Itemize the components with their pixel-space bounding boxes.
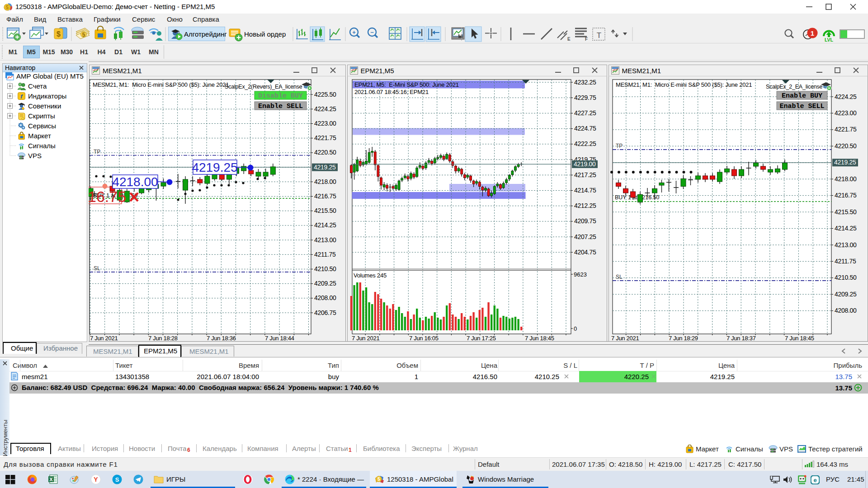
svg-text:ScalpEx_2_EA_license: ScalpEx_2_EA_license — [766, 84, 822, 90]
svg-text:7 Jun 2021: 7 Jun 2021 — [611, 335, 639, 342]
svg-text:4218.00: 4218.00 — [835, 175, 857, 183]
svg-text:4213.00: 4213.00 — [835, 241, 857, 249]
svg-text:4211.75: 4211.75 — [835, 258, 856, 265]
svg-text:Enable SELL: Enable SELL — [779, 103, 824, 110]
svg-text:7 Jun 18:37: 7 Jun 18:37 — [726, 335, 756, 342]
svg-text:7 Jun 18:45: 7 Jun 18:45 — [785, 335, 814, 342]
svg-text:5: 5 — [377, 477, 380, 482]
svg-text:e: e — [813, 477, 816, 483]
svg-text:Y: Y — [94, 476, 98, 483]
svg-text:4214.25: 4214.25 — [835, 225, 857, 232]
svg-text:TP: TP — [616, 143, 623, 149]
svg-text:MESM21, M1: Micro E-mini S&P: MESM21, M1: Micro E-mini S&P 500 ($5): J… — [616, 81, 752, 88]
svg-text:4220.50: 4220.50 — [835, 142, 857, 150]
svg-text:4215.50: 4215.50 — [835, 208, 857, 216]
svg-text:4221.75: 4221.75 — [835, 126, 857, 133]
svg-text:Enable BUY: Enable BUY — [782, 92, 822, 100]
svg-text:X: X — [49, 477, 53, 482]
svg-text:SL: SL — [616, 274, 623, 280]
svg-text:4209.25: 4209.25 — [835, 291, 857, 298]
svg-text:4216.75: 4216.75 — [835, 192, 857, 199]
svg-text:4210.50: 4210.50 — [835, 274, 857, 281]
svg-text:7 Jun 18:29: 7 Jun 18:29 — [669, 335, 698, 342]
svg-text:4208.00: 4208.00 — [835, 307, 857, 314]
svg-text:4224.25: 4224.25 — [835, 93, 857, 100]
svg-text:4219.25: 4219.25 — [834, 159, 856, 166]
svg-text:S: S — [115, 476, 119, 483]
svg-text:BUY 1 at 4216.50: BUY 1 at 4216.50 — [615, 194, 660, 201]
svg-text:4223.00: 4223.00 — [835, 109, 857, 117]
